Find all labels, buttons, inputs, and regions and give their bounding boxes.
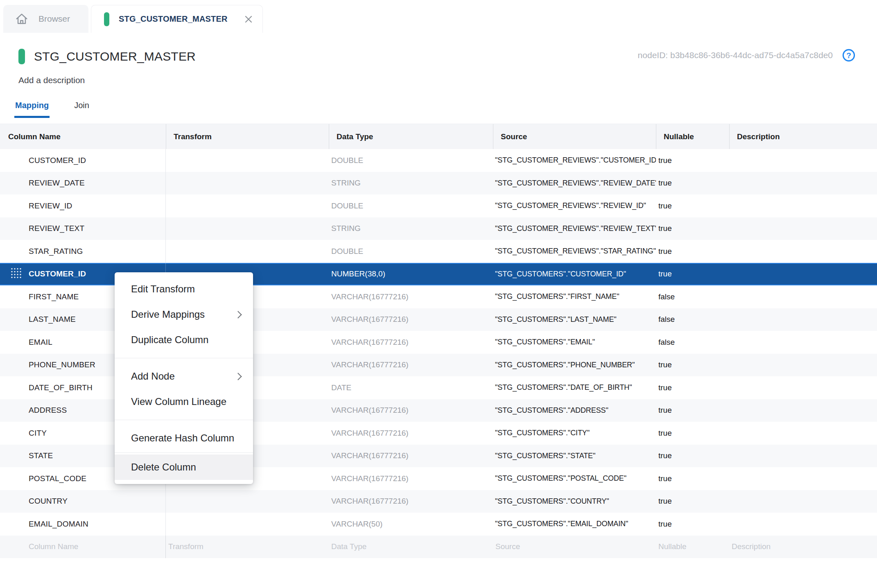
context-menu-item[interactable]: View Column Lineage	[115, 389, 253, 414]
source-cell[interactable]: "STG_CUSTOMER_REVIEWS"."CUSTOMER_ID"	[493, 149, 656, 172]
nullable-cell[interactable]: false	[656, 285, 729, 308]
ghost-nullable[interactable]: Nullable	[656, 536, 729, 559]
description-cell[interactable]	[729, 172, 877, 195]
new-column-ghost-row[interactable]: Column Name Transform Data Type Source N…	[0, 536, 877, 559]
table-row[interactable]: STAR_RATING DOUBLE "STG_CUSTOMER_REVIEWS…	[0, 240, 877, 263]
ghost-source[interactable]: Source	[493, 536, 656, 559]
nullable-cell[interactable]: true	[656, 194, 729, 217]
description-cell[interactable]	[729, 490, 877, 513]
transform-cell[interactable]	[166, 194, 329, 217]
data-type-cell[interactable]: VARCHAR(16777216)	[329, 422, 493, 445]
transform-cell[interactable]	[166, 217, 329, 240]
data-type-cell[interactable]: DOUBLE	[329, 240, 493, 263]
description-cell[interactable]	[729, 194, 877, 217]
description-cell[interactable]	[729, 422, 877, 445]
source-cell[interactable]: "STG_CUSTOMERS"."EMAIL"	[493, 331, 656, 354]
column-name-cell[interactable]: CUSTOMER_ID	[0, 149, 166, 172]
description-cell[interactable]	[729, 354, 877, 377]
column-name-cell[interactable]: EMAIL_DOMAIN	[0, 513, 166, 536]
nullable-cell[interactable]: true	[656, 149, 729, 172]
source-cell[interactable]: "STG_CUSTOMER_REVIEWS"."REVIEW_ID"	[493, 194, 656, 217]
data-type-cell[interactable]: NUMBER(38,0)	[329, 263, 493, 286]
source-cell[interactable]: "STG_CUSTOMER_REVIEWS"."REVIEW_DATE"	[493, 172, 656, 195]
nullable-cell[interactable]: true	[656, 263, 729, 286]
table-row[interactable]: CUSTOMER_ID DOUBLE "STG_CUSTOMER_REVIEWS…	[0, 149, 877, 172]
data-type-cell[interactable]: DOUBLE	[329, 149, 493, 172]
header-data-type[interactable]: Data Type	[329, 124, 493, 149]
source-cell[interactable]: "STG_CUSTOMERS"."EMAIL_DOMAIN"	[493, 513, 656, 536]
source-cell[interactable]: "STG_CUSTOMERS"."CUSTOMER_ID"	[493, 263, 656, 286]
description-cell[interactable]	[729, 513, 877, 536]
table-row[interactable]: REVIEW_TEXT STRING "STG_CUSTOMER_REVIEWS…	[0, 217, 877, 240]
column-name-cell[interactable]: REVIEW_DATE	[0, 172, 166, 195]
table-row[interactable]: EMAIL_DOMAIN VARCHAR(50) "STG_CUSTOMERS"…	[0, 513, 877, 536]
transform-cell[interactable]	[166, 172, 329, 195]
source-cell[interactable]: "STG_CUSTOMERS"."LAST_NAME"	[493, 308, 656, 331]
nullable-cell[interactable]: false	[656, 308, 729, 331]
data-type-cell[interactable]: VARCHAR(16777216)	[329, 354, 493, 377]
column-name-cell[interactable]: REVIEW_ID	[0, 194, 166, 217]
header-column-name[interactable]: Column Name	[0, 124, 166, 149]
context-menu-item[interactable]: Derive Mappings	[115, 302, 253, 327]
data-type-cell[interactable]: DATE	[329, 376, 493, 399]
data-type-cell[interactable]: STRING	[329, 172, 493, 195]
nullable-cell[interactable]: true	[656, 467, 729, 490]
help-icon[interactable]: ?	[842, 48, 856, 62]
table-row[interactable]: REVIEW_ID DOUBLE "STG_CUSTOMER_REVIEWS".…	[0, 194, 877, 217]
description-cell[interactable]	[729, 376, 877, 399]
ghost-column-name[interactable]: Column Name	[0, 536, 166, 559]
description-cell[interactable]	[729, 263, 877, 286]
header-description[interactable]: Description	[729, 124, 877, 149]
data-type-cell[interactable]: VARCHAR(16777216)	[329, 467, 493, 490]
source-cell[interactable]: "STG_CUSTOMERS"."DATE_OF_BIRTH"	[493, 376, 656, 399]
ghost-description[interactable]: Description	[729, 536, 877, 559]
nullable-cell[interactable]: true	[656, 513, 729, 536]
header-source[interactable]: Source	[493, 124, 656, 149]
context-menu-item[interactable]: Edit Transform	[115, 276, 253, 302]
description-cell[interactable]	[729, 308, 877, 331]
nullable-cell[interactable]: true	[656, 354, 729, 377]
drag-handle-icon[interactable]	[11, 267, 22, 280]
data-type-cell[interactable]: VARCHAR(16777216)	[329, 308, 493, 331]
description-cell[interactable]	[729, 399, 877, 422]
source-cell[interactable]: "STG_CUSTOMERS"."STATE"	[493, 445, 656, 468]
description-cell[interactable]	[729, 331, 877, 354]
data-type-cell[interactable]: VARCHAR(16777216)	[329, 490, 493, 513]
description-cell[interactable]	[729, 217, 877, 240]
tab-browser[interactable]: Browser	[3, 5, 88, 33]
ghost-transform[interactable]: Transform	[166, 536, 329, 559]
description-cell[interactable]	[729, 240, 877, 263]
data-type-cell[interactable]: STRING	[329, 217, 493, 240]
nullable-cell[interactable]: true	[656, 422, 729, 445]
column-name-cell[interactable]: REVIEW_TEXT	[0, 217, 166, 240]
source-cell[interactable]: "STG_CUSTOMERS"."ADDRESS"	[493, 399, 656, 422]
column-name-cell[interactable]: COUNTRY	[0, 490, 166, 513]
data-type-cell[interactable]: VARCHAR(16777216)	[329, 399, 493, 422]
source-cell[interactable]: "STG_CUSTOMERS"."PHONE_NUMBER"	[493, 354, 656, 377]
nullable-cell[interactable]: true	[656, 376, 729, 399]
data-type-cell[interactable]: VARCHAR(16777216)	[329, 445, 493, 468]
data-type-cell[interactable]: DOUBLE	[329, 194, 493, 217]
header-transform[interactable]: Transform	[166, 124, 329, 149]
context-menu-item[interactable]: Add Node	[115, 364, 253, 389]
data-type-cell[interactable]: VARCHAR(16777216)	[329, 331, 493, 354]
ghost-data-type[interactable]: Data Type	[329, 536, 493, 559]
nullable-cell[interactable]: true	[656, 172, 729, 195]
context-menu-item[interactable]: Delete Column	[115, 455, 253, 480]
nullable-cell[interactable]: true	[656, 445, 729, 468]
nullable-cell[interactable]: false	[656, 331, 729, 354]
source-cell[interactable]: "STG_CUSTOMERS"."COUNTRY"	[493, 490, 656, 513]
description-cell[interactable]	[729, 285, 877, 308]
source-cell[interactable]: "STG_CUSTOMER_REVIEWS"."REVIEW_TEXT"	[493, 217, 656, 240]
source-cell[interactable]: "STG_CUSTOMERS"."POSTAL_CODE"	[493, 467, 656, 490]
source-cell[interactable]: "STG_CUSTOMER_REVIEWS"."STAR_RATING"	[493, 240, 656, 263]
description-cell[interactable]	[729, 467, 877, 490]
nullable-cell[interactable]: true	[656, 490, 729, 513]
table-row[interactable]: REVIEW_DATE STRING "STG_CUSTOMER_REVIEWS…	[0, 172, 877, 195]
nullable-cell[interactable]: true	[656, 217, 729, 240]
context-menu-item[interactable]: Duplicate Column	[115, 327, 253, 353]
tab-join[interactable]: Join	[74, 101, 89, 118]
source-cell[interactable]: "STG_CUSTOMERS"."CITY"	[493, 422, 656, 445]
transform-cell[interactable]	[166, 513, 329, 536]
context-menu-item[interactable]: Generate Hash Column	[115, 425, 253, 451]
